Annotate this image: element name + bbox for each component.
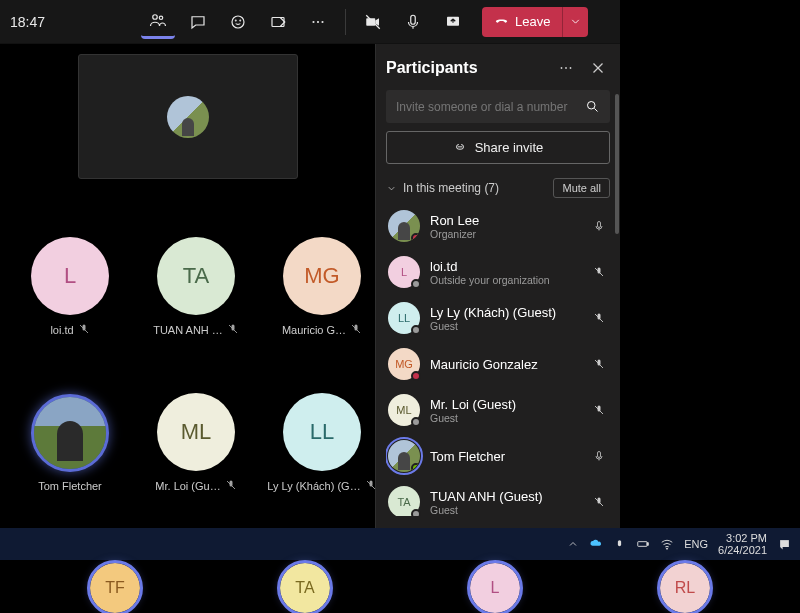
panel-header: Participants (386, 56, 610, 80)
strip-avatar[interactable]: TF (90, 563, 140, 613)
system-tray: ENG 3:02 PM 6/24/2021 (567, 532, 792, 556)
participant-avatar: L (388, 256, 420, 288)
tray-time: 3:02 PM (718, 532, 767, 544)
windows-taskbar[interactable]: ENG 3:02 PM 6/24/2021 (0, 528, 800, 560)
leave-button[interactable]: Leave (482, 14, 562, 29)
grid-tile[interactable]: MLMr. Loi (Gu… (136, 368, 256, 518)
tile-label: Mr. Loi (Gu… (155, 479, 236, 493)
close-icon[interactable] (586, 56, 610, 80)
meeting-duration: 18:47 (10, 14, 45, 30)
rooms-icon[interactable] (261, 5, 295, 39)
mute-all-button[interactable]: Mute all (553, 178, 610, 198)
participant-sub: Guest (430, 412, 580, 424)
svg-point-3 (235, 20, 236, 21)
strip-avatar[interactable]: TA (280, 563, 330, 613)
participant-name: Mr. Loi (Guest) (430, 397, 580, 412)
video-stage: Lloi.tdTATUAN ANH …MGMauricio G…Tom Flet… (0, 44, 375, 528)
chat-icon[interactable] (181, 5, 215, 39)
notifications-icon[interactable] (777, 537, 792, 552)
svg-point-1 (159, 16, 162, 19)
leave-label: Leave (515, 14, 550, 29)
participant-row[interactable]: Ron LeeOrganizer (386, 204, 610, 248)
participant-avatar: ML (388, 394, 420, 426)
reactions-icon[interactable] (221, 5, 255, 39)
tray-chevron-up-icon[interactable] (567, 538, 579, 550)
mic-muted-icon[interactable] (590, 358, 608, 370)
participant-meta: Ly Ly (Khách) (Guest)Guest (430, 305, 580, 332)
grid-tile[interactable]: LLLy Ly (Khách) (G… (262, 368, 382, 518)
participant-sub: Guest (430, 320, 580, 332)
panel-more-icon[interactable] (554, 56, 578, 80)
muted-icon (227, 323, 239, 337)
participant-sub: Organizer (430, 228, 580, 240)
grid-tile[interactable]: Tom Fletcher (10, 368, 130, 518)
svg-rect-46 (780, 540, 789, 547)
panel-title: Participants (386, 59, 546, 77)
participant-row[interactable]: MLMr. Loi (Guest)Guest (386, 388, 610, 432)
mic-muted-icon[interactable] (590, 496, 608, 508)
participant-name: Ron Lee (430, 213, 580, 228)
svg-point-8 (321, 20, 323, 22)
mic-icon[interactable] (396, 5, 430, 39)
participant-meta: Mr. Loi (Guest)Guest (430, 397, 580, 424)
svg-rect-43 (638, 542, 647, 547)
tray-clock[interactable]: 3:02 PM 6/24/2021 (718, 532, 767, 556)
tile-label: loi.td (50, 323, 89, 337)
tile-avatar: LL (283, 393, 361, 471)
svg-point-28 (588, 102, 596, 110)
participant-name: Ly Ly (Khách) (Guest) (430, 305, 580, 320)
panel-scrollbar[interactable] (615, 94, 619, 234)
muted-icon (350, 323, 362, 337)
participant-row[interactable]: TATUAN ANH (Guest)Guest (386, 480, 610, 516)
participant-row[interactable]: LLLy Ly (Khách) (Guest)Guest (386, 296, 610, 340)
chevron-down-icon[interactable] (386, 183, 397, 194)
muted-icon (225, 479, 237, 493)
leave-chevron-icon[interactable] (562, 7, 588, 37)
camera-off-icon[interactable] (356, 5, 390, 39)
bottom-avatar-strip: TFTALRL (0, 560, 800, 613)
share-invite-button[interactable]: Share invite (386, 131, 610, 164)
participant-avatar: TA (388, 486, 420, 516)
strip-avatar[interactable]: RL (660, 563, 710, 613)
participant-name: TUAN ANH (Guest) (430, 489, 580, 504)
invite-search[interactable] (386, 90, 610, 123)
grid-tile[interactable]: Lloi.td (10, 212, 130, 362)
mic-muted-icon[interactable] (590, 404, 608, 416)
toolbar-separator (345, 9, 346, 35)
invite-search-input[interactable] (396, 100, 585, 114)
tile-avatar: L (31, 237, 109, 315)
participant-meta: Ron LeeOrganizer (430, 213, 580, 240)
spotlight-tile[interactable] (78, 54, 298, 179)
section-label: In this meeting (7) (403, 181, 499, 195)
tile-label: Ly Ly (Khách) (G… (267, 479, 376, 493)
share-screen-icon[interactable] (436, 5, 470, 39)
tile-avatar: TA (157, 237, 235, 315)
battery-icon[interactable] (636, 537, 650, 551)
wifi-icon[interactable] (660, 537, 674, 551)
participant-avatar (388, 210, 420, 242)
mic-on-icon[interactable] (590, 220, 608, 232)
participant-meta: Mauricio Gonzalez (430, 357, 580, 372)
mic-on-icon[interactable] (590, 450, 608, 462)
participant-meta: Tom Fletcher (430, 449, 580, 464)
participant-name: Mauricio Gonzalez (430, 357, 580, 372)
more-icon[interactable] (301, 5, 335, 39)
people-icon[interactable] (141, 5, 175, 39)
presence-dot (411, 509, 421, 516)
participant-row[interactable]: MGMauricio Gonzalez (386, 342, 610, 386)
strip-avatar[interactable]: L (470, 563, 520, 613)
tray-language[interactable]: ENG (684, 538, 708, 550)
grid-tile[interactable]: TATUAN ANH … (136, 212, 256, 362)
mic-muted-icon[interactable] (590, 312, 608, 324)
presence-dot (411, 233, 420, 242)
participant-row[interactable]: Tom Fletcher (386, 434, 610, 478)
tile-avatar: ML (157, 393, 235, 471)
onedrive-icon[interactable] (589, 537, 603, 551)
svg-rect-44 (647, 543, 648, 545)
tray-mic-icon[interactable] (613, 538, 626, 551)
svg-point-23 (561, 67, 563, 69)
search-icon (585, 99, 600, 114)
participant-row[interactable]: Lloi.tdOutside your organization (386, 250, 610, 294)
grid-tile[interactable]: MGMauricio G… (262, 212, 382, 362)
mic-muted-icon[interactable] (590, 266, 608, 278)
